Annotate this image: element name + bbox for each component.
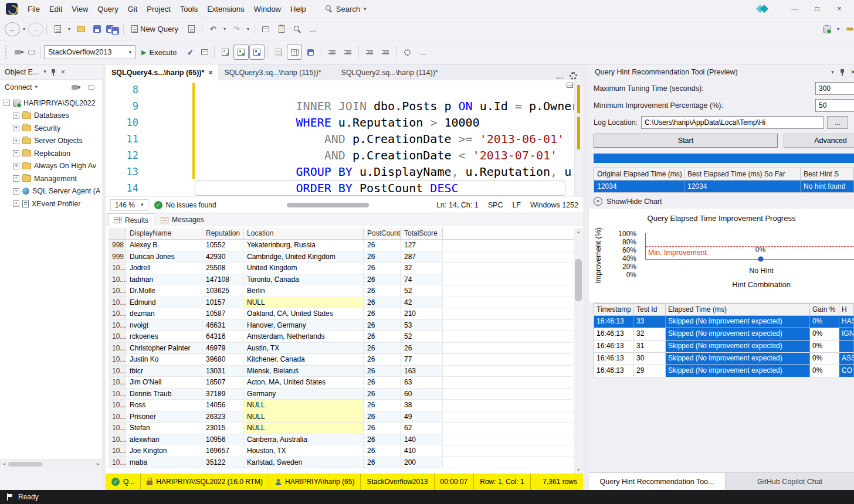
elapsed-status-cell[interactable]: Skipped (No improvement expected)	[666, 316, 810, 328]
row-number-cell[interactable]: 10...	[109, 400, 126, 411]
scroll-thumb[interactable]	[287, 203, 369, 207]
displayname-cell[interactable]: dezman	[126, 308, 202, 320]
location-cell[interactable]: Amsterdam, Netherlands	[243, 331, 364, 343]
timestamp-cell[interactable]: 16:46:13	[594, 365, 634, 377]
totalscore-cell[interactable]: 26	[401, 343, 443, 355]
reputation-cell[interactable]: 10552	[202, 240, 243, 251]
totalscore-cell[interactable]: 77	[401, 354, 443, 366]
location-cell[interactable]: Germany	[243, 389, 364, 400]
row-number-cell[interactable]: 10...	[109, 297, 126, 309]
totalscore-cell[interactable]: 74	[401, 274, 443, 286]
reputation-cell[interactable]: 10956	[202, 434, 243, 446]
location-cell[interactable]: Hanover, Germany	[243, 320, 364, 332]
tree-item[interactable]: + Replication	[0, 147, 102, 160]
disconnect-icon[interactable]	[68, 81, 81, 94]
increase-indent-icon[interactable]	[378, 45, 393, 60]
parse-query-icon[interactable]: ✓	[182, 45, 198, 60]
document-tab[interactable]: SQLQuery3.sq...\harip (115))* ×	[218, 64, 335, 80]
displayname-cell[interactable]: Jodrell	[126, 263, 202, 274]
totalscore-cell[interactable]: 200	[401, 457, 443, 469]
postcount-cell[interactable]: 26	[364, 354, 401, 366]
row-number-cell[interactable]: 999	[109, 251, 126, 263]
column-header-location[interactable]: Location	[243, 228, 364, 240]
scroll-right-icon[interactable]: ▸	[94, 461, 102, 466]
close-tab-icon[interactable]: ×	[208, 69, 212, 77]
reputation-cell[interactable]: 10157	[202, 297, 243, 309]
pin-panel-icon[interactable]	[51, 69, 56, 76]
displayname-cell[interactable]: Alexey B.	[126, 240, 202, 251]
reputation-cell[interactable]: 46979	[202, 343, 243, 355]
maximize-button[interactable]: □	[806, 1, 828, 17]
menu-item[interactable]: Git	[123, 2, 143, 16]
postcount-cell[interactable]: 26	[364, 411, 401, 423]
menu-item[interactable]: Window	[249, 2, 286, 16]
reputation-cell[interactable]: 46631	[202, 320, 243, 332]
menu-item[interactable]: Edit	[45, 2, 67, 16]
displayname-cell[interactable]: maba	[126, 457, 202, 469]
object-explorer-hscrollbar[interactable]: ◂ ▸	[0, 459, 102, 468]
displayname-cell[interactable]: Edmund	[126, 297, 202, 309]
execute-button[interactable]: ▶ Execute	[136, 45, 182, 60]
min-improvement-input[interactable]	[815, 99, 854, 112]
servers-dropdown-icon[interactable]: ▾	[835, 22, 842, 37]
tree-expander-icon[interactable]: +	[13, 188, 19, 195]
location-cell[interactable]: NULL	[243, 297, 364, 309]
reputation-cell[interactable]: 147108	[202, 274, 243, 286]
reputation-cell[interactable]: 35122	[202, 457, 243, 469]
row-number-cell[interactable]: 10...	[109, 285, 126, 297]
editor-hscrollbar[interactable]	[222, 202, 431, 208]
totalscore-cell[interactable]: 52	[401, 285, 443, 297]
displayname-cell[interactable]: rckoenes	[126, 331, 202, 343]
advanced-button[interactable]: Advanced	[784, 134, 854, 148]
column-header-totalscore[interactable]: TotalScore	[401, 228, 443, 240]
timestamp-cell[interactable]: 16:46:13	[594, 353, 634, 365]
decrease-indent-icon[interactable]	[362, 45, 377, 60]
reputation-cell[interactable]: 169657	[202, 445, 243, 457]
row-number-cell[interactable]: 10...	[109, 411, 126, 423]
location-cell[interactable]: NULL	[243, 400, 364, 411]
elapsed-status-cell[interactable]: Skipped (No improvement expected)	[666, 340, 810, 353]
timestamp-cell[interactable]: 16:46:13	[594, 316, 634, 328]
displayname-cell[interactable]: Jim O'Neil	[126, 377, 202, 389]
gain-cell[interactable]: 0%	[810, 340, 839, 353]
row-number-cell[interactable]: 998	[109, 240, 126, 251]
tab-messages[interactable]: Messages	[155, 213, 209, 226]
hint-cell[interactable]	[839, 340, 854, 353]
log-location-input[interactable]	[641, 116, 824, 129]
tree-expander-icon[interactable]: +	[13, 125, 19, 131]
totalscore-cell[interactable]: 140	[401, 434, 443, 446]
row-number-cell[interactable]: 10...	[109, 343, 126, 355]
settings-gear-icon[interactable]	[570, 72, 577, 80]
results-to-text-icon[interactable]	[271, 45, 286, 60]
results-to-grid-icon[interactable]	[287, 45, 302, 60]
displayname-cell[interactable]: Dr.Molle	[126, 285, 202, 297]
menu-item[interactable]: Tools	[175, 2, 202, 16]
scroll-down-icon[interactable]: ▾	[574, 467, 582, 472]
row-number-cell[interactable]: 10...	[109, 320, 126, 332]
menu-item[interactable]: Query	[93, 2, 123, 16]
zoom-selector[interactable]: 146 % ▾	[110, 199, 148, 211]
best-elapsed-cell[interactable]: 12034	[684, 181, 801, 193]
line-ending[interactable]: LF	[512, 201, 521, 209]
tree-item[interactable]: + XEvent Profiler	[0, 197, 102, 210]
location-cell[interactable]: Canberra, Australia	[243, 434, 364, 446]
displayname-cell[interactable]: Ross	[126, 400, 202, 411]
elapsed-status-cell[interactable]: Skipped (No improvement expected)	[666, 365, 810, 377]
postcount-cell[interactable]: 26	[364, 274, 401, 286]
column-header-reputation[interactable]: Reputation	[202, 228, 243, 240]
scroll-thumb[interactable]	[8, 462, 42, 466]
tree-expander-icon[interactable]: +	[13, 113, 19, 119]
location-cell[interactable]: NULL	[243, 423, 364, 434]
reputation-cell[interactable]: 39680	[202, 354, 243, 366]
open-file-icon[interactable]	[73, 22, 89, 37]
postcount-cell[interactable]: 26	[364, 285, 401, 297]
row-number-cell[interactable]: 10...	[109, 423, 126, 434]
row-number-cell[interactable]: 10...	[109, 389, 126, 400]
testid-cell[interactable]: 32	[634, 328, 666, 340]
menu-item[interactable]: View	[67, 2, 93, 16]
include-actual-plan-icon[interactable]	[249, 45, 265, 60]
tab-github-copilot-chat[interactable]: GitHub Copilot Chat	[725, 473, 854, 490]
navigate-back-dropdown-icon[interactable]: ▾	[21, 22, 28, 37]
menu-item[interactable]: Project	[142, 2, 175, 16]
hint-cell[interactable]: CO	[839, 365, 854, 377]
